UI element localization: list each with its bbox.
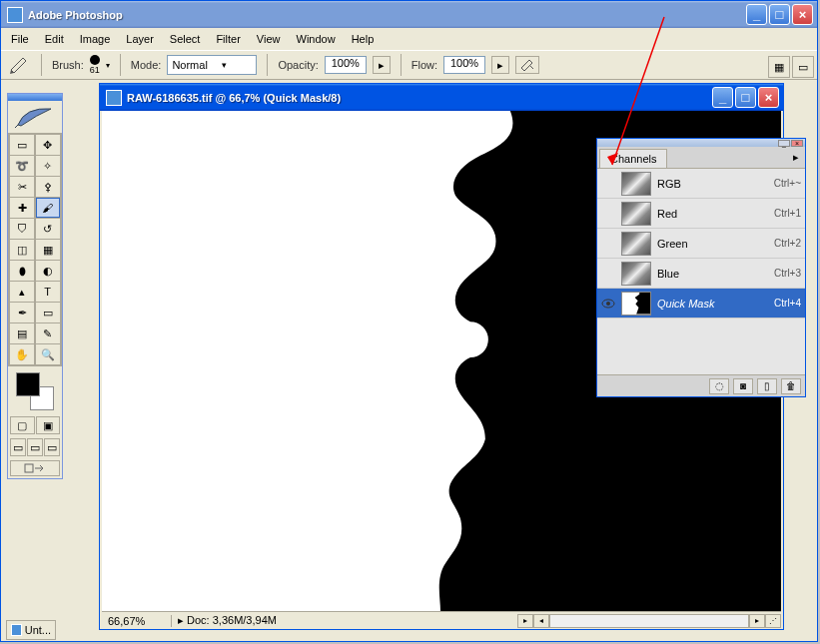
- color-swatches[interactable]: [8, 366, 62, 414]
- toolbox[interactable]: ▭ ✥ ➰ ✧ ✂ ⚴ ✚ 🖌 ⛉ ↺ ◫ ▦ ⬮ ◐ ▴ T ✒ ▭ ▤ ✎ …: [7, 93, 63, 479]
- brush-preset[interactable]: 61: [90, 55, 100, 75]
- workspace-button[interactable]: ▭: [792, 56, 814, 78]
- marquee-tool[interactable]: ▭: [10, 135, 34, 155]
- eraser-tool[interactable]: ◫: [10, 240, 34, 260]
- hand-tool[interactable]: ✋: [10, 344, 34, 364]
- screen-mode-2[interactable]: ▭: [27, 438, 43, 456]
- panel-minimize-button[interactable]: _: [778, 140, 790, 147]
- visibility-toggle[interactable]: [601, 267, 615, 281]
- menubar: File Edit Image Layer Select Filter View…: [1, 28, 817, 50]
- maximize-button[interactable]: □: [769, 4, 790, 25]
- move-tool[interactable]: ✥: [36, 135, 60, 155]
- slice-tool[interactable]: ⚴: [36, 177, 60, 197]
- panel-close-button[interactable]: ×: [791, 140, 803, 147]
- doc-close-button[interactable]: ×: [758, 87, 779, 108]
- wand-tool[interactable]: ✧: [36, 156, 60, 176]
- channel-row-red[interactable]: RedCtrl+1: [597, 199, 805, 229]
- channels-panel-header[interactable]: _ ×: [597, 139, 805, 147]
- foreground-color[interactable]: [16, 372, 40, 396]
- delete-channel-button[interactable]: 🗑: [781, 378, 801, 394]
- airbrush-button[interactable]: [515, 56, 539, 74]
- visibility-toggle[interactable]: [601, 237, 615, 251]
- doc-info[interactable]: ▸ Doc: 3,36M/3,94M: [172, 614, 283, 627]
- flow-flyout-button[interactable]: ▸: [491, 56, 509, 74]
- channel-row-rgb[interactable]: RGBCtrl+~: [597, 169, 805, 199]
- brush-tool-icon[interactable]: [9, 56, 31, 74]
- menu-select[interactable]: Select: [162, 30, 209, 48]
- zoom-field[interactable]: 66,67%: [102, 615, 172, 627]
- pen-tool[interactable]: ✒: [10, 303, 34, 322]
- taskbar-doc-button[interactable]: Unt...: [6, 620, 56, 640]
- palette-button[interactable]: ▦: [768, 56, 790, 78]
- lasso-tool[interactable]: ➰: [10, 156, 34, 176]
- mode-select[interactable]: Normal: [167, 55, 257, 75]
- visibility-toggle[interactable]: [601, 207, 615, 221]
- path-select-tool[interactable]: ▴: [10, 282, 34, 302]
- scroll-grip[interactable]: ⋰: [765, 614, 781, 628]
- separator: [267, 54, 268, 76]
- dodge-tool[interactable]: ◐: [36, 261, 60, 281]
- menu-view[interactable]: View: [249, 30, 289, 48]
- ps-feather-icon: [8, 101, 62, 133]
- notes-tool[interactable]: ▤: [10, 323, 34, 343]
- menu-layer[interactable]: Layer: [118, 30, 162, 48]
- channel-thumb: [621, 232, 651, 256]
- channels-footer: ◌ ◙ ▯ 🗑: [597, 374, 805, 396]
- screen-mode-1[interactable]: ▭: [10, 438, 26, 456]
- type-tool[interactable]: T: [36, 282, 60, 302]
- eyedropper-tool[interactable]: ✎: [36, 323, 60, 343]
- h-scrollbar[interactable]: ▸ ◂ ▸ ⋰: [283, 614, 781, 628]
- close-button[interactable]: ×: [792, 4, 813, 25]
- brush-dropdown-icon[interactable]: ▾: [106, 61, 110, 70]
- menu-filter[interactable]: Filter: [208, 30, 248, 48]
- screen-mode-3[interactable]: ▭: [44, 438, 60, 456]
- history-brush-tool[interactable]: ↺: [36, 219, 60, 239]
- flow-input[interactable]: 100%: [443, 56, 485, 74]
- visibility-toggle[interactable]: [601, 297, 615, 311]
- menu-image[interactable]: Image: [72, 30, 119, 48]
- scroll-left-button[interactable]: ◂: [533, 614, 549, 628]
- visibility-toggle[interactable]: [601, 177, 615, 191]
- scroll-menu-button[interactable]: ▸: [517, 614, 533, 628]
- standard-mode-button[interactable]: ▢: [10, 416, 35, 434]
- blur-tool[interactable]: ⬮: [10, 261, 34, 281]
- toolbox-titlebar[interactable]: [8, 94, 62, 101]
- scroll-right-button[interactable]: ▸: [749, 614, 765, 628]
- jump-to-button[interactable]: [10, 460, 60, 476]
- doc-maximize-button[interactable]: □: [735, 87, 756, 108]
- channel-name: RGB: [657, 178, 768, 190]
- channels-panel[interactable]: _ × Channels ▸ RGBCtrl+~RedCtrl+1GreenCt…: [596, 138, 806, 397]
- quickmask-mode-button[interactable]: ▣: [36, 416, 61, 434]
- options-bar: Brush: 61 ▾ Mode: Normal Opacity: 100% ▸…: [1, 50, 817, 80]
- minimize-button[interactable]: _: [746, 4, 767, 25]
- panel-menu-button[interactable]: ▸: [787, 147, 805, 168]
- load-selection-button[interactable]: ◌: [709, 378, 729, 394]
- gradient-tool[interactable]: ▦: [36, 240, 60, 260]
- menu-help[interactable]: Help: [344, 30, 383, 48]
- channel-row-blue[interactable]: BlueCtrl+3: [597, 259, 805, 289]
- doc-minimize-button[interactable]: _: [712, 87, 733, 108]
- opacity-flyout-button[interactable]: ▸: [373, 56, 391, 74]
- save-selection-button[interactable]: ◙: [733, 378, 753, 394]
- crop-tool[interactable]: ✂: [10, 177, 34, 197]
- channel-row-green[interactable]: GreenCtrl+2: [597, 229, 805, 259]
- heal-tool[interactable]: ✚: [10, 198, 34, 218]
- scroll-track[interactable]: [549, 614, 749, 628]
- doc-titlebar[interactable]: RAW-6186635.tif @ 66,7% (Quick Mask/8) _…: [100, 84, 783, 111]
- main-titlebar[interactable]: Adobe Photoshop _ □ ×: [1, 1, 817, 28]
- stamp-tool[interactable]: ⛉: [10, 219, 34, 239]
- svg-point-3: [606, 302, 610, 306]
- channel-row-quick-mask[interactable]: Quick MaskCtrl+4: [597, 289, 805, 319]
- channels-tab[interactable]: Channels: [599, 149, 667, 168]
- menu-file[interactable]: File: [3, 30, 37, 48]
- brush-tool[interactable]: 🖌: [36, 198, 60, 218]
- new-channel-button[interactable]: ▯: [757, 378, 777, 394]
- shape-tool[interactable]: ▭: [36, 303, 60, 322]
- zoom-tool[interactable]: 🔍: [36, 344, 60, 364]
- brush-preview-icon: [90, 55, 100, 65]
- menu-window[interactable]: Window: [289, 30, 344, 48]
- channel-name: Blue: [657, 268, 768, 280]
- separator: [120, 54, 121, 76]
- opacity-input[interactable]: 100%: [325, 56, 367, 74]
- menu-edit[interactable]: Edit: [37, 30, 72, 48]
